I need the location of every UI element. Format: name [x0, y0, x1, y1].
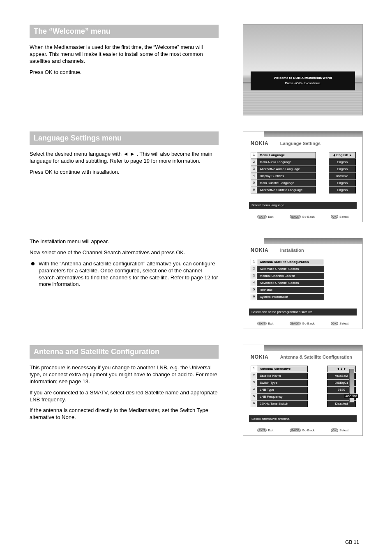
language-hint: Select menu language. [249, 202, 357, 209]
menu-row: 2Main Audio LanguageEnglish [251, 159, 356, 166]
menu-row-label: Satellite Name [257, 373, 308, 379]
section-welcome: The “Welcome” menu When the Mediamaster … [30, 25, 362, 115]
bullet-icon [31, 262, 35, 265]
nokia-logo: NOKIA [251, 354, 269, 360]
heading-language: Language Settings menu [30, 131, 219, 145]
menu-row-value: Invisible [329, 173, 356, 180]
footer-back: BACKGo Back [290, 215, 315, 219]
menu-row-label: LNB Frequency [257, 394, 308, 400]
footer-exit: EXITExit [257, 322, 274, 325]
menu-row-label: Antenna Alternative [257, 366, 308, 372]
heading-antenna: Antenna and Satellite Configuration [30, 345, 219, 359]
footer-select: OKSelect [331, 428, 348, 432]
welcome-overlay-line2: Press <OK> to continue. [253, 81, 353, 86]
screenshot-language-settings: NOKIA Language Settings 1Menu LanguageEn… [243, 131, 362, 222]
menu-row-number: 6 [251, 294, 257, 300]
install-bullet-text: With the “Antenna and satellite configur… [39, 260, 219, 288]
screenshot-footer: EXITExitBACKGo BackOKSelect [249, 322, 357, 325]
menu-row-label: 22KHz Tone Switch [257, 401, 308, 407]
menu-row-number: 6 [251, 187, 257, 193]
menu-row-label: Alternative Audio Language [257, 166, 316, 173]
menu-row-value: English [329, 187, 356, 193]
menu-row-label: Automatic Channel Search [257, 266, 324, 272]
screenshot-title: Antenna & Satellite Configuration [280, 355, 352, 359]
exit-pill-icon: EXIT [257, 215, 267, 219]
footer-back: BACKGo Back [290, 428, 315, 432]
installation-rows: 1Antenna Satellite Configuration2Automat… [251, 259, 356, 300]
menu-row-number: 4 [251, 387, 257, 393]
nokia-logo: NOKIA [251, 247, 269, 253]
welcome-para-2: Press OK to continue. [30, 69, 219, 76]
screenshot-footer: EXITExitBACKGo BackOKSelect [249, 428, 357, 432]
language-para-2: Press OK to continue with installation. [30, 169, 219, 176]
menu-row-number: 3 [251, 273, 257, 279]
nokia-logo: NOKIA [251, 140, 269, 146]
section-installation: The Installation menu will appear. Now s… [30, 238, 362, 329]
back-pill-icon: BACK [290, 428, 301, 432]
menu-row: 622KHz Tone SwitchDisabled [251, 401, 356, 407]
menu-row-number: 5 [251, 287, 257, 293]
antenna-rows: 1Antenna Alternative12Satellite NameAsia… [251, 366, 356, 407]
exit-pill-icon: EXIT [257, 322, 267, 325]
menu-row-number: 1 [251, 366, 257, 372]
menu-row: 4LNB Type5150 [251, 387, 356, 393]
menu-row-label: Main Subtitle Language [257, 180, 316, 187]
select-pill-icon: OK [331, 322, 338, 325]
language-rows: 1Menu LanguageEnglish2Main Audio Languag… [251, 152, 356, 193]
antenna-para-3: If the antenna is connected directly to … [30, 407, 219, 421]
screenshot-title: Installation [280, 248, 304, 253]
menu-row: 5LNB Frequency [251, 394, 356, 400]
menu-row-number: 4 [251, 173, 257, 180]
install-para-1: The Installation menu will appear. [30, 238, 219, 245]
menu-row-label: LNB Type [257, 387, 308, 393]
menu-row-value: English [329, 166, 356, 173]
menu-row: 3Manual Channel Search [251, 273, 356, 279]
agc-readout: AGC 388 [344, 394, 358, 398]
antenna-para-2: If you are connected to a SMATV, select … [30, 389, 219, 403]
screenshot-welcome: Welcome to NOKIA Multimedia World Press … [243, 25, 362, 115]
heading-welcome: The “Welcome” menu [30, 25, 219, 38]
menu-row-number: 1 [251, 259, 257, 265]
menu-row: 4Display SubtitlesInvisible [251, 173, 356, 180]
menu-row: 2Automatic Channel Search [251, 266, 356, 272]
menu-row-number: 2 [251, 159, 257, 166]
install-para-2: Now select one of the Channel Search alt… [30, 249, 219, 256]
exit-pill-icon: EXIT [257, 428, 267, 432]
menu-row-label: Menu Language [257, 152, 316, 159]
menu-row-number: 5 [251, 180, 257, 187]
footer-exit: EXITExit [257, 428, 274, 432]
menu-row-label: Main Audio Language [257, 159, 316, 166]
section-language: Language Settings menu Select the desire… [30, 131, 362, 222]
antenna-para-1: This procedure is necessary if you chang… [30, 364, 219, 385]
welcome-overlay: Welcome to NOKIA Multimedia World Press … [251, 71, 355, 90]
menu-row-label: Alternative Subtitle Language [257, 187, 316, 193]
menu-row-number: 6 [251, 401, 257, 407]
menu-row-label: Manual Channel Search [257, 273, 324, 279]
menu-row-label: Display Subtitles [257, 173, 316, 180]
menu-row-label: Reinstall [257, 287, 324, 293]
menu-row: 4Advanced Channel Search [251, 280, 356, 286]
welcome-overlay-line1: Welcome to NOKIA Multimedia World [253, 76, 353, 81]
menu-row: 1Antenna Satellite Configuration [251, 259, 356, 265]
installation-hint: Select one of the preprogrammed satellit… [249, 309, 357, 315]
language-para-1: Select the desired menu language with ◄ … [30, 151, 219, 165]
select-pill-icon: OK [331, 215, 338, 219]
menu-row-label: Switch Type [257, 380, 308, 386]
welcome-para-1: When the Mediamaster is used for the fir… [30, 44, 219, 65]
screenshot-footer: EXITExitBACKGo BackOKSelect [249, 215, 357, 219]
menu-row-value: English [329, 152, 356, 159]
section-antenna: Antenna and Satellite Configuration This… [30, 345, 362, 435]
menu-row-number: 2 [251, 373, 257, 379]
select-pill-icon: OK [331, 428, 338, 432]
menu-row-label: Advanced Channel Search [257, 280, 324, 286]
menu-row: 1Menu LanguageEnglish [251, 152, 356, 159]
menu-row-number: 3 [251, 380, 257, 386]
footer-select: OKSelect [331, 215, 348, 219]
menu-row-label: System Information [257, 294, 324, 300]
menu-row-value: English [329, 159, 356, 166]
menu-row-label: Antenna Satellite Configuration [257, 259, 324, 265]
menu-row: 2Satellite NameAsiaSat2 [251, 373, 356, 379]
menu-row: 3Alternative Audio LanguageEnglish [251, 166, 356, 173]
page-number: GB 11 [345, 539, 359, 545]
screenshot-title: Language Settings [280, 141, 321, 146]
